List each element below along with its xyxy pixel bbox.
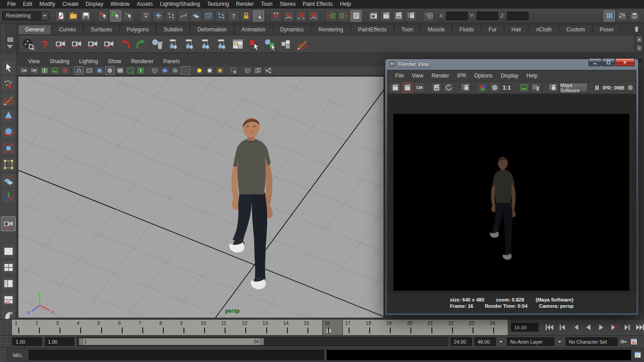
render-canvas[interactable] <box>388 94 636 293</box>
paint-effects-render-button[interactable] <box>548 82 559 93</box>
scroll-down-icon[interactable] <box>636 44 643 52</box>
grip-handle[interactable] <box>0 319 12 335</box>
playback-range-bar[interactable]: 1 24 <box>79 338 264 345</box>
menu-window[interactable]: Window <box>107 0 133 9</box>
shelf-tab-polygons[interactable]: Polygons <box>119 25 156 34</box>
bookmarks-button[interactable] <box>40 66 49 75</box>
construction-history-button[interactable] <box>350 10 362 22</box>
move-button[interactable] <box>1 108 16 123</box>
shelf-tab-surfaces[interactable]: Surfaces <box>84 25 119 34</box>
input-connections-button[interactable] <box>325 10 337 22</box>
render-settings-button[interactable] <box>380 10 392 22</box>
shelf-tab-painteffects[interactable]: PaintEffects <box>351 25 394 34</box>
shelf-tab-curves[interactable]: Curves <box>52 25 83 34</box>
show-manipulator-button[interactable] <box>1 189 16 204</box>
center-snap-dropdown-button[interactable] <box>423 10 434 22</box>
texture-display-button[interactable]: T <box>136 66 145 75</box>
shelf-tab-hair[interactable]: Hair <box>504 25 529 34</box>
rendered-image[interactable] <box>393 114 629 291</box>
viewport-menu-lighting[interactable]: Lighting <box>74 57 103 66</box>
snap-magnet-grid-button[interactable] <box>270 10 281 22</box>
rotate-button[interactable] <box>1 125 16 139</box>
menu-texturing[interactable]: Texturing <box>204 0 233 9</box>
render-view-window[interactable]: Render View FileViewRenderIPROptionsDisp… <box>385 59 639 315</box>
panel-single-button[interactable] <box>243 66 252 75</box>
lights-flat-button[interactable] <box>205 66 214 75</box>
maximize-button[interactable] <box>602 59 615 66</box>
shelf-menu-button[interactable] <box>7 37 14 43</box>
zoom-ratio-label[interactable]: 1:1 <box>501 84 512 91</box>
channel-box-button[interactable] <box>629 10 640 22</box>
chevron-down-icon[interactable] <box>498 338 505 345</box>
paint-effects-brush-button[interactable] <box>295 37 310 52</box>
delete-unused-button[interactable] <box>150 37 165 52</box>
shelf-tab-fur[interactable]: Fur <box>482 25 504 34</box>
shelf-tab-fluids[interactable]: Fluids <box>452 25 481 34</box>
step-forward-key-button[interactable] <box>608 323 620 332</box>
film-gate-button[interactable] <box>85 66 94 75</box>
attribute-editor-button[interactable] <box>604 10 615 22</box>
renderview-menu-view[interactable]: View <box>408 72 427 80</box>
ipr-render-settings-button[interactable]: IPR <box>393 10 404 22</box>
help-line-button[interactable]: ? <box>37 37 52 52</box>
snap-magnet-point-button[interactable] <box>295 10 307 22</box>
viewport-canvas[interactable]: y x z persp <box>18 76 384 318</box>
render-view-titlebar[interactable]: Render View <box>387 59 636 70</box>
viewport-menu-shading[interactable]: Shading <box>45 57 74 66</box>
hypergraph-button[interactable] <box>230 37 245 52</box>
range-start-handle[interactable] <box>79 338 83 345</box>
symmetry-button[interactable] <box>140 10 151 22</box>
pause-ipr-icon[interactable] <box>594 83 600 92</box>
current-time-field[interactable]: 16.00 <box>511 323 538 332</box>
camera-track-button[interactable] <box>85 37 100 52</box>
range-end-handle[interactable] <box>260 338 264 345</box>
trash-icon[interactable] <box>633 25 641 33</box>
close-icon[interactable] <box>637 57 644 64</box>
resolution-gate-button[interactable] <box>95 66 104 75</box>
renderview-menu-help[interactable]: Help <box>522 72 542 80</box>
menu-modify[interactable]: Modify <box>36 0 59 9</box>
viewport-menu-renderer[interactable]: Renderer <box>126 57 158 66</box>
remove-image-button[interactable] <box>531 82 542 93</box>
menu-edit[interactable]: Edit <box>19 0 36 9</box>
menu-render[interactable]: Render <box>233 0 257 9</box>
shelf-tab-animation[interactable]: Animation <box>235 25 273 34</box>
step-back-frame-button[interactable] <box>556 323 568 332</box>
shelf-tab-general[interactable]: General <box>18 25 51 34</box>
snap-center-button[interactable] <box>215 10 226 22</box>
minimize-button[interactable] <box>589 59 601 66</box>
joint-weights-a-button[interactable] <box>166 37 181 52</box>
renderview-menu-file[interactable]: File <box>391 72 408 80</box>
isolate-select-button[interactable] <box>229 66 239 75</box>
menu-create[interactable]: Create <box>59 0 82 9</box>
snap-curves-button[interactable] <box>178 10 189 22</box>
z-coordinate-input[interactable] <box>507 12 529 20</box>
step-back-key-button[interactable] <box>569 323 581 332</box>
grip-handle[interactable] <box>0 336 12 348</box>
multi-camera-button[interactable] <box>126 66 135 75</box>
menu-stereo[interactable]: Stereo <box>276 0 299 9</box>
soft-modification-button[interactable] <box>1 173 16 188</box>
region-render-button[interactable] <box>460 82 471 93</box>
lights-default-button[interactable] <box>215 66 225 75</box>
play-forward-button[interactable] <box>595 323 607 332</box>
layout-four-button[interactable] <box>1 260 16 275</box>
shelf-tab-subdivs[interactable]: Subdivs <box>156 25 190 34</box>
alpha-channel-button[interactable] <box>489 82 500 93</box>
snap-points-button[interactable] <box>165 10 176 22</box>
menu-lighting-shading[interactable]: Lighting/Shading <box>156 0 203 9</box>
viewport-menu-show[interactable]: Show <box>103 57 126 66</box>
select-camera-button[interactable] <box>19 66 29 75</box>
safe-action-button[interactable] <box>115 66 125 75</box>
joint-weights-d-button[interactable] <box>214 37 229 52</box>
rgb-channels-button[interactable] <box>477 82 488 93</box>
make-live-button[interactable] <box>203 10 214 22</box>
auto-keyframe-toggle-icon[interactable] <box>620 338 628 346</box>
use-default-material-button[interactable] <box>181 66 190 75</box>
grip-handle[interactable] <box>0 348 7 362</box>
lock-selection-button[interactable] <box>240 10 252 22</box>
display-real-size-button[interactable] <box>519 82 529 93</box>
render-globals-button[interactable] <box>21 37 36 52</box>
gate-mask-button[interactable] <box>105 66 115 75</box>
camera-zoom-button[interactable] <box>102 37 116 52</box>
